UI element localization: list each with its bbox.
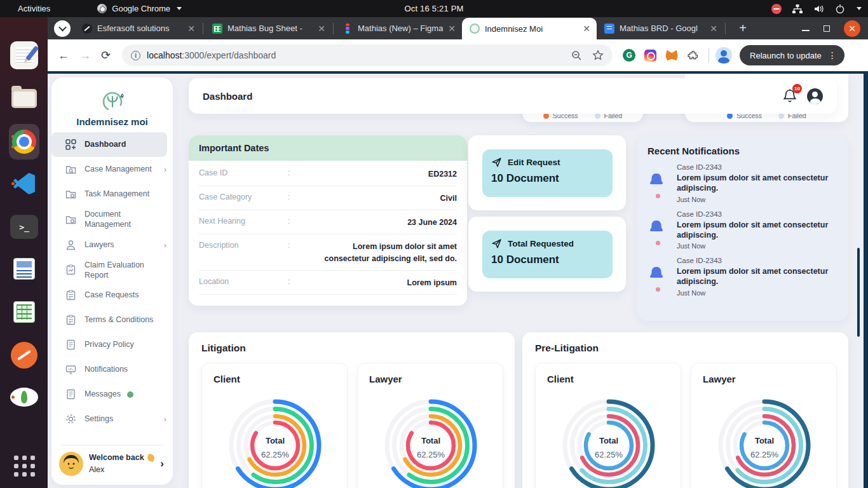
tab-close-icon[interactable]: ✕ [583,24,590,33]
clock[interactable]: Oct 16 5:21 PM [404,4,463,13]
extensions-puzzle-icon[interactable] [687,49,700,62]
address-bar[interactable]: i localhost:3000/expert/dashboard [122,44,613,66]
sidebar-item-lawyers[interactable]: Lawyers› [51,233,173,257]
window-maximize-button[interactable] [824,25,830,32]
notification-item[interactable]: Case ID-2343 Lorem ipsum dolor sit amet … [648,257,838,297]
welcome-panel[interactable]: Welcome back Alex › [51,445,173,485]
tab-mathias-brd[interactable]: Mathias BRD - Googl ✕ [597,18,724,39]
figma-favicon [342,24,353,34]
pre-litigation-lawyer-card: Lawyer Total62.25% [691,363,837,488]
tab-close-icon[interactable]: ✕ [187,24,195,33]
user-profile-button[interactable] [807,88,823,104]
activities-button[interactable]: Activities [18,4,50,13]
sidebar-item-dashboard[interactable]: Dashboard [51,132,167,157]
system-caret-icon[interactable] [857,7,862,10]
back-button[interactable]: ← [58,49,69,62]
sidebar-item-case-management[interactable]: Case Management› [51,157,173,182]
window-close-button[interactable]: ✕ [844,20,860,37]
tab-close-icon[interactable]: ✕ [318,24,325,33]
case-management-icon [65,164,76,175]
dock-chrome-icon[interactable] [9,124,39,159]
browser-menu-icon[interactable]: ⋮ [828,50,837,60]
instagram-extension-icon[interactable] [644,50,656,62]
pre-litigation-title: Pre-Litigation [535,342,836,354]
window-minimize-button[interactable] [802,30,810,31]
important-dates-row: Description:Lorem ipsum dolor sit amet c… [199,234,457,270]
welcome-username: Alex [89,464,154,476]
page-title: Dashboard [203,91,252,102]
sidebar-item-messages[interactable]: Messages [51,382,173,407]
sidebar-item-case-requests[interactable]: Case Requests [51,283,173,308]
bookmark-star-icon[interactable] [592,50,604,61]
dashboard-page: Success Failed Success Failed Dashboard … [48,74,868,488]
total-requested-card[interactable]: Total Requested 10 Document [468,217,626,292]
grammarly-extension-icon[interactable]: G [623,49,635,62]
dock-terminal-icon[interactable]: >_ [9,212,39,242]
caret-down-icon [177,7,182,10]
sidebar-item-terms-conditions[interactable]: Terms & Conditions [51,308,173,332]
reload-button[interactable]: ⟳ [101,48,111,62]
dock-vscode-icon[interactable] [9,168,39,199]
dock-libreoffice-writer-icon[interactable] [9,254,39,284]
chevron-right-icon: › [164,240,166,250]
tab-close-icon[interactable]: ✕ [710,24,717,33]
tab-close-icon[interactable]: ✕ [448,24,456,33]
sidebar-item-claim-evaluation-report[interactable]: Claim Evaluation Report [51,257,173,283]
svg-text:Total: Total [266,436,285,445]
zoom-icon[interactable] [571,50,582,61]
metamask-extension-icon[interactable] [665,50,678,61]
indemnisez-logo-icon [95,90,130,115]
forward-button[interactable]: → [79,49,91,62]
site-info-icon[interactable]: i [131,51,140,60]
svg-text:62.25%: 62.25% [595,450,623,459]
tab-separator [725,23,726,34]
relaunch-button[interactable]: Relaunch to update ⋮ [740,45,844,65]
sidebar-item-settings[interactable]: Settings› [51,407,173,431]
dashboard-icon [65,139,76,150]
dock-app-grid-icon[interactable] [9,451,39,481]
bell-badge: 10 [792,84,802,93]
network-icon[interactable] [792,4,803,14]
chevron-right-icon[interactable]: › [160,458,164,470]
donut-card-title: Lawyer [703,374,836,384]
browser-toolbar: ← → ⟳ i localhost:3000/expert/dashboard … [48,39,868,71]
notification-item[interactable]: Case ID-2343 Lorem ipsum dolor sit amet … [648,210,838,250]
request-value: 10 Document [491,254,604,266]
dock-libreoffice-calc-icon[interactable] [9,297,39,327]
svg-text:Total: Total [421,436,440,445]
notification-item[interactable]: Case ID-2343 Lorem ipsum dolor sit amet … [648,163,838,203]
svg-text:62.25%: 62.25% [750,450,779,459]
dock-mongodb-icon[interactable] [9,382,39,412]
dock-files-icon[interactable] [9,83,39,114]
litigation-client-card: Client Total62.25% [201,363,348,488]
sidebar-item-task-management[interactable]: Task Management [51,182,173,207]
tab-bug-sheet[interactable]: Mathias Bug Sheet - ✕ [205,18,332,39]
sidebar-item-privacy-policy[interactable]: Privacy Policy [51,332,173,357]
notification-case-id: Case ID-2343 [677,257,836,264]
case-requests-icon [65,290,76,301]
svg-text:Total: Total [755,436,774,445]
tab-indemnisez-moi-active[interactable]: Indemnisez Moi ✕ [462,18,597,39]
dock-postman-icon[interactable] [9,340,39,370]
notification-text: Lorem ipsum dolor sit amet consectetur a… [677,220,836,241]
tab-search-button[interactable] [54,20,71,37]
sidebar-item-notifications[interactable]: Notifications [51,357,173,382]
notifications-bell-button[interactable]: 10 [783,88,797,104]
new-tab-button[interactable]: + [735,21,751,36]
app-menu[interactable]: Google Chrome [97,4,182,13]
notification-time: Just Now [677,289,836,297]
do-not-disturb-icon[interactable] [771,4,782,14]
dock-text-editor-icon[interactable] [9,40,39,71]
request-title: Total Requested [508,239,574,248]
donut-card-title: Lawyer [369,374,503,384]
tab-figma[interactable]: Mathias (New) – Figma ✕ [335,18,462,39]
power-icon[interactable] [835,4,845,14]
notification-text: Lorem ipsum dolor sit amet consectetur a… [677,173,836,194]
sidebar-item-document-management[interactable]: Document Management [51,207,173,233]
volume-icon[interactable] [813,4,825,14]
browser-profile-avatar[interactable] [715,47,732,64]
google-sheets-favicon [212,24,222,34]
tab-esferasoft[interactable]: Esferasoft solutions ✕ [74,18,201,39]
edit-request-card[interactable]: Edit Request 10 Document [468,135,626,210]
page-scrollbar-thumb[interactable] [857,248,860,337]
